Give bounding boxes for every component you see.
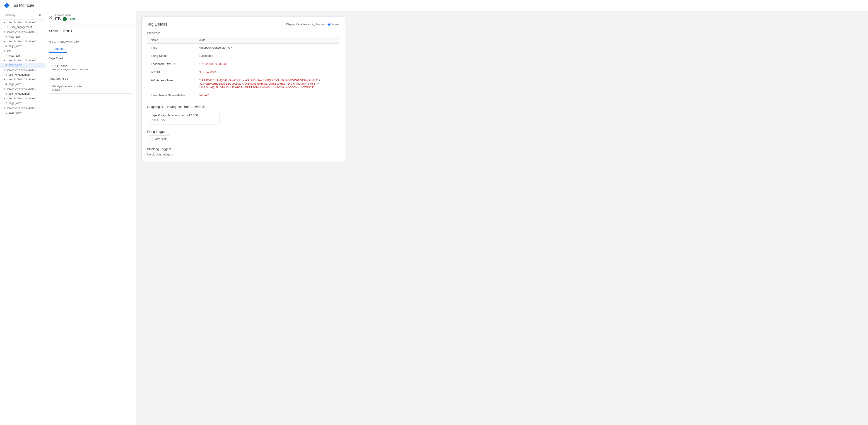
center-panel: ✕ 6 select_item > FB ✓ Fired select_item… bbox=[45, 11, 136, 425]
prop-type-value: Facebook Conversion API bbox=[195, 44, 340, 52]
prop-testid-name: Test ID bbox=[147, 68, 195, 76]
summary-label: Summary bbox=[4, 13, 15, 17]
table-row: Facebook Pixel ID "3752260921483535" bbox=[147, 60, 340, 68]
properties-label: Properties bbox=[147, 31, 340, 35]
sidebar-collect-row-8[interactable]: ▼ collect?v=2&tid=G-VM9YC... bbox=[0, 96, 45, 101]
table-row: Event Name Setup Method "inherit" bbox=[147, 91, 340, 99]
table-row: Firing Status Succeeded bbox=[147, 52, 340, 60]
prop-firing-value: Succeeded bbox=[195, 52, 340, 60]
app-logo: Tag Manager bbox=[4, 2, 34, 9]
sidebar-event-row-1[interactable]: 1 page_view bbox=[0, 110, 45, 115]
info-icon[interactable]: ⓘ bbox=[202, 105, 205, 109]
radio-names-input[interactable] bbox=[312, 23, 315, 26]
table-row: Test ID "TEST43892" bbox=[147, 68, 340, 76]
right-panel: Tag Details Display Variables as Names V… bbox=[136, 11, 868, 425]
prop-pixel-name: Facebook Pixel ID bbox=[147, 60, 195, 68]
prop-testid-value: "TEST43892" bbox=[195, 68, 340, 76]
radio-names-label: Names bbox=[316, 23, 325, 26]
sidebar-event-row-10[interactable]: 10 user_engagement bbox=[0, 25, 45, 30]
table-row: Type Facebook Conversion API bbox=[147, 44, 340, 52]
breadcrumb: 6 select_item > bbox=[55, 13, 75, 16]
prop-firing-name: Firing Status bbox=[147, 52, 195, 60]
tag-details-title: Tag Details bbox=[147, 22, 167, 27]
sidebar: Summary 🗑 ▼ collect?v=2&tid=G-VM9YC... 1… bbox=[0, 11, 45, 425]
sidebar-collect-row[interactable]: ▼ collect?v=2&tid=G-VM9YC... bbox=[0, 20, 45, 25]
trigger-check-icon: ✓ bbox=[151, 137, 153, 140]
sidebar-event-row-3[interactable]: 3 user_engagement bbox=[0, 91, 45, 96]
fired-badge: ✓ Fired bbox=[63, 17, 75, 21]
select-item-title: select_item bbox=[45, 25, 136, 37]
fired-check-icon: ✓ bbox=[63, 17, 67, 21]
trigger-name: GA4 client bbox=[155, 137, 168, 140]
http-url: https://graph.facebook.com/v12.0/37... bbox=[151, 113, 216, 117]
tag-item-ga4[interactable]: GA4 - base Google Analytics: GA4 - Succe… bbox=[49, 62, 132, 73]
outgoing-http-heading: Outgoing HTTP Requests from Server ⓘ bbox=[147, 105, 340, 109]
trigger-ga4-client[interactable]: ✓ GA4 client bbox=[147, 135, 172, 142]
sidebar-event-row-8[interactable]: 8 page_view bbox=[0, 44, 45, 48]
tags-not-fired-title: Tags Not Fired bbox=[49, 77, 132, 80]
tag-name-ga4: GA4 - base bbox=[52, 64, 129, 68]
main-layout: Summary 🗑 ▼ collect?v=2&tid=G-VM9YC... 1… bbox=[0, 11, 868, 425]
center-tag-name: FB bbox=[55, 16, 61, 22]
col-value: Value bbox=[195, 37, 340, 44]
close-icon[interactable]: ✕ bbox=[49, 15, 52, 20]
col-name: Name bbox=[147, 37, 195, 44]
sidebar-event-row-7[interactable]: 7 view_item bbox=[0, 53, 45, 58]
firing-triggers-label: Firing Triggers bbox=[147, 130, 167, 133]
radio-values[interactable]: Values bbox=[328, 23, 340, 26]
sidebar-collect-row-2[interactable]: ▼ collect?v=2&tid=G-VM9YC... bbox=[0, 30, 45, 34]
fired-label: Fired bbox=[68, 17, 75, 21]
prop-pixel-value: "3752260921483535" bbox=[195, 60, 340, 68]
prop-type-name: Type bbox=[147, 44, 195, 52]
sidebar-event-row-6[interactable]: 6 select_item bbox=[0, 63, 45, 68]
sidebar-collect-row-6[interactable]: ▼ collect?v=2&tid=G-VM9YC... bbox=[0, 77, 45, 82]
tag-details-card: Tag Details Display Variables as Names V… bbox=[141, 16, 345, 162]
sidebar-header: Summary 🗑 bbox=[0, 11, 45, 20]
firing-triggers-heading: Firing Triggers bbox=[147, 130, 340, 133]
properties-table: Name Value Type Facebook Conversion API … bbox=[147, 36, 340, 99]
sidebar-collect-row-5[interactable]: ▼ collect?v=2&tid=G-VM9YC... bbox=[0, 68, 45, 72]
sidebar-event-row-9[interactable]: 9 view_item bbox=[0, 34, 45, 39]
tabs: Request bbox=[49, 45, 132, 53]
http-box[interactable]: https://graph.facebook.com/v12.0/37... P… bbox=[147, 111, 219, 125]
outgoing-http-label: Outgoing HTTP Requests from Server bbox=[147, 105, 201, 109]
sidebar-collect-row-7[interactable]: ▼ collect?v=2&tid=G-VM9YC... bbox=[0, 87, 45, 91]
center-title-row: FB ✓ Fired bbox=[55, 16, 75, 22]
tag-item-klaviyo[interactable]: Klaviyo - active on site Klaviyo bbox=[49, 82, 132, 94]
sidebar-collect-row-4[interactable]: ▼ collect?v=2&tid=G-VM9YC... bbox=[0, 58, 45, 63]
logo-icon bbox=[4, 2, 10, 9]
center-header: ✕ 6 select_item > FB ✓ Fired bbox=[45, 11, 136, 25]
tag-sub-ga4: Google Analytics: GA4 - Succeed... bbox=[52, 68, 129, 71]
svg-marker-0 bbox=[4, 3, 9, 8]
display-vars: Display Variables as Names Values bbox=[286, 23, 340, 26]
display-vars-label: Display Variables as bbox=[286, 23, 311, 26]
prop-event-value: "inherit" bbox=[195, 91, 340, 99]
radio-group: Names Values bbox=[312, 23, 340, 26]
table-row: API Access Token "EAAJO4EEhAoQBALiGrwZBS… bbox=[147, 76, 340, 91]
sidebar-collect-row-3[interactable]: ▼ collect?v=2&tid=G-VM9YC... bbox=[0, 39, 45, 44]
blocking-triggers-heading: Blocking Triggers bbox=[147, 147, 340, 151]
tab-request[interactable]: Request bbox=[49, 45, 67, 53]
radio-values-input[interactable] bbox=[328, 23, 331, 26]
center-header-content: 6 select_item > FB ✓ Fired bbox=[55, 13, 75, 22]
sidebar-event-row-4[interactable]: 4 page_view bbox=[0, 82, 45, 87]
no-blocking-text: No blocking triggers bbox=[147, 153, 340, 156]
output-label: Output of GTM-W2VN5MM bbox=[49, 41, 132, 43]
radio-names[interactable]: Names bbox=[312, 23, 325, 26]
topbar: Tag Manager bbox=[0, 0, 868, 11]
tags-fired-title: Tags Fired bbox=[49, 57, 132, 60]
tag-name-klaviyo: Klaviyo - active on site bbox=[52, 85, 129, 88]
radio-values-label: Values bbox=[331, 23, 340, 26]
sidebar-event-row-2[interactable]: 2 page_view bbox=[0, 101, 45, 106]
blocking-triggers-label: Blocking Triggers bbox=[147, 147, 171, 151]
sidebar-data-row[interactable]: ▼ data bbox=[0, 48, 45, 53]
sidebar-event-row-5[interactable]: 5 user_engagement bbox=[0, 72, 45, 77]
trash-icon[interactable]: 🗑 bbox=[39, 13, 41, 17]
prop-event-name: Event Name Setup Method bbox=[147, 91, 195, 99]
http-status: POST · 200 bbox=[151, 118, 216, 122]
tag-sub-klaviyo: Klaviyo bbox=[52, 89, 129, 91]
prop-token-name: API Access Token bbox=[147, 76, 195, 91]
output-section: Output of GTM-W2VN5MM Request Tags Fired… bbox=[45, 37, 136, 99]
sidebar-collect-row-9[interactable]: ▼ collect?v=2&tid=G-VM9YC... bbox=[0, 106, 45, 110]
tag-details-header: Tag Details Display Variables as Names V… bbox=[147, 22, 340, 27]
